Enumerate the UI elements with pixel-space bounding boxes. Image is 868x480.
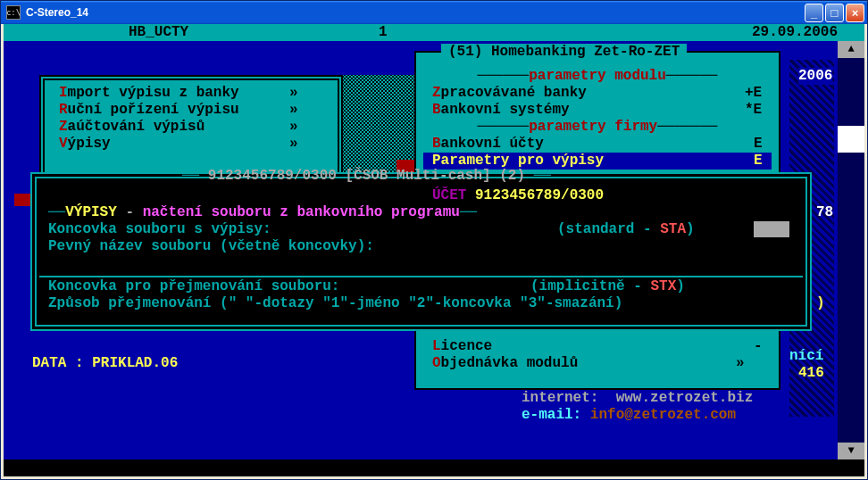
menu-mark-0: »	[289, 85, 298, 102]
status-mid: 1	[379, 24, 388, 41]
internet-line: internet: www.zetrozet.biz	[522, 390, 753, 407]
right-item-objed[interactable]: Objednávka modulů	[432, 355, 578, 372]
dialog-line4: Způsob přejmenování (" "-dotazy "1"-jmén…	[48, 295, 622, 312]
frag-416: 416	[798, 365, 824, 382]
menu-mark-1: »	[289, 102, 298, 119]
right-item-licence[interactable]: Licence	[432, 338, 492, 355]
dialog-line2: Pevný název souboru (včetně koncovky):	[48, 238, 374, 255]
frag-78: 78	[816, 204, 833, 221]
frag-nici: nící	[789, 348, 823, 365]
titlebar: c:\ C-Stereo_14 _ □ ×	[1, 1, 867, 24]
app-icon: c:\	[6, 5, 21, 20]
menu-mark-2: »	[289, 119, 298, 136]
right-item-bank-ucty[interactable]: Bankovní účty	[432, 136, 544, 153]
data-path: DATA : PRIKLAD.06	[32, 355, 178, 372]
scrollbar[interactable]: ▲ ▼	[838, 41, 864, 476]
dialog-line1: Koncovka souboru s výpisy:	[48, 221, 271, 238]
right-mark-lic: -	[754, 338, 763, 355]
right-mark-z: +E	[745, 85, 762, 102]
dialog-line3-hint: (implicitně - STX)	[530, 278, 685, 295]
close-button[interactable]: ×	[846, 4, 864, 22]
dialog-line1-hint: (standard - STA)	[557, 221, 695, 238]
minimize-button[interactable]: _	[805, 4, 823, 22]
dialog-section: ──VÝPISY - načtení souboru z bankovního …	[48, 204, 477, 221]
menu-item-zauct[interactable]: Zaúčtování výpisů	[59, 119, 204, 136]
dialog-line3: Koncovka pro přejmenování souboru:	[48, 278, 339, 295]
menu-item-import[interactable]: Import výpisu z banky	[59, 85, 239, 102]
right-mark-obj: »	[736, 355, 745, 372]
menu-mark-3: »	[289, 136, 298, 153]
scroll-thumb[interactable]	[838, 126, 864, 153]
status-left: HB_UCTY	[129, 24, 188, 41]
scroll-up-icon[interactable]: ▲	[838, 41, 864, 58]
scroll-down-icon[interactable]: ▼	[838, 443, 864, 459]
email-line[interactable]: e-mail: info@zetrozet.com	[522, 407, 736, 424]
terminal-area: HB_UCTY 1 29.09.2006 Import výpisu z ban…	[1, 24, 867, 479]
right-mark-bs: *E	[745, 102, 762, 119]
input-koncovka[interactable]	[754, 221, 789, 237]
year-label: 2006	[798, 68, 832, 85]
menu-item-vypisy[interactable]: Výpisy	[59, 136, 111, 153]
maximize-button[interactable]: □	[825, 4, 844, 22]
dialog-header: ── 9123456789/0300 [ČSOB Multi-cash] (2)…	[182, 168, 551, 185]
window-title: C-Stereo_14	[26, 6, 805, 19]
menu-item-rucni[interactable]: Ruční pořízení výpisu	[59, 102, 239, 119]
frag-paren: )	[816, 295, 825, 312]
marker-red-2	[14, 194, 32, 206]
right-mark-bu: E	[754, 136, 763, 153]
right-item-zprac[interactable]: Zpracovávané banky	[432, 85, 587, 102]
right-menu-title: (51) Homebanking Zet-Ro-ZET	[441, 44, 687, 61]
ucet-line: ÚČET 9123456789/0300	[432, 187, 604, 204]
right-menu-sect1: ──────parametry modulu──────	[432, 68, 763, 85]
status-date: 29.09.2006	[752, 24, 838, 41]
bottom-bar	[4, 459, 864, 476]
right-item-bank-sys[interactable]: Bankovní systémy	[432, 102, 570, 119]
application-window: c:\ C-Stereo_14 _ □ × HB_UCTY 1 29.09.20…	[0, 0, 868, 480]
right-menu-sect2: ──────parametry firmy───────	[432, 119, 763, 136]
